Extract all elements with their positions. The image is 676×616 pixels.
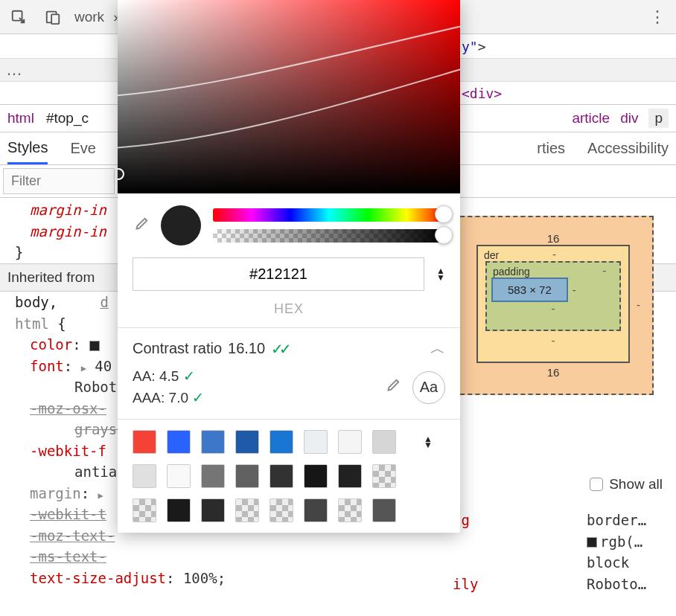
palette-swatch[interactable] <box>133 430 156 454</box>
inspect-element-icon[interactable] <box>6 6 31 28</box>
palette-swatch[interactable] <box>304 498 328 522</box>
css-prop-ms-text[interactable]: -ms-text- <box>30 548 106 565</box>
breadcrumb-p-selected[interactable]: p <box>648 109 669 128</box>
palette-swatch[interactable] <box>167 464 191 488</box>
tab-events[interactable]: Eve <box>70 134 95 163</box>
css-prop-margin[interactable]: margin <box>30 485 81 501</box>
padding-right-dash[interactable]: - <box>573 283 576 296</box>
chevron-down-icon: ▼ <box>436 275 445 280</box>
palette-swatch[interactable] <box>338 430 362 454</box>
css-prop-webkit-text[interactable]: -webkit-t <box>30 506 106 522</box>
padding-top-dash[interactable]: - <box>602 264 606 277</box>
palette-swatch[interactable] <box>201 430 225 454</box>
palette-swatch[interactable] <box>270 430 293 454</box>
css-val-font-family[interactable]: Robot <box>74 379 117 395</box>
hex-input[interactable] <box>133 257 424 291</box>
palette-swatch[interactable] <box>304 430 328 454</box>
contrast-ratio-value: 16.10 <box>228 340 265 357</box>
palette-swatch[interactable] <box>372 498 396 522</box>
eyedropper-icon[interactable] <box>133 216 149 235</box>
tab-accessibility[interactable]: Accessibility <box>587 134 669 163</box>
css-prop-color[interactable]: color <box>30 336 72 353</box>
show-all-checkbox[interactable] <box>590 478 603 491</box>
alpha-slider[interactable] <box>213 229 445 243</box>
device-toggle-icon[interactable] <box>40 6 66 28</box>
palette-swatch[interactable] <box>133 464 156 488</box>
breadcrumb-div[interactable]: div <box>620 110 638 126</box>
computed-row[interactable]: ngborder… <box>453 510 676 531</box>
expand-triangle-icon[interactable]: ▶ <box>81 363 86 373</box>
palette-swatch[interactable] <box>167 430 191 454</box>
box-model-margin[interactable]: 16 der - padding - 583 × 72 - - - - 16 <box>453 216 654 395</box>
border-label: der <box>484 249 499 261</box>
css-prop-margin-1[interactable]: margin-in <box>30 202 106 218</box>
palette-swatch[interactable] <box>201 464 225 488</box>
selector-html[interactable]: html <box>15 315 49 332</box>
computed-name: ily <box>453 574 572 595</box>
palette-swatch[interactable] <box>270 498 293 522</box>
hue-slider[interactable] <box>213 208 445 222</box>
hue-thumb[interactable] <box>435 205 453 223</box>
computed-row[interactable]: ilyRoboto… <box>453 574 676 595</box>
palette-swatch[interactable] <box>372 430 396 454</box>
bg-eyedropper-icon[interactable] <box>384 378 401 397</box>
rule-open-brace: { <box>57 315 66 332</box>
palette-swatch[interactable] <box>338 498 362 522</box>
css-prop-moz-osx[interactable]: -moz-osx- <box>30 400 106 417</box>
color-format-label[interactable]: HEX <box>118 301 460 327</box>
computed-properties-list: ngborder… rgb(… block ilyRoboto… <box>453 510 676 594</box>
color-spectrum[interactable] <box>118 0 460 193</box>
palette-stepper[interactable]: ▲▼ <box>411 436 445 449</box>
text-sample-circle[interactable]: Aa <box>412 371 445 404</box>
tab-properties[interactable]: rties <box>537 134 565 163</box>
breadcrumb-html[interactable]: html <box>7 110 34 126</box>
css-val-text-size[interactable]: 100%; <box>183 570 226 586</box>
palette-swatch[interactable] <box>235 430 259 454</box>
margin-bottom-value[interactable]: 16 <box>476 366 630 379</box>
color-swatch-icon[interactable] <box>587 537 597 548</box>
box-model-border[interactable]: der - padding - 583 × 72 - - - - <box>476 245 630 363</box>
chevron-up-icon[interactable]: ︿ <box>430 339 445 359</box>
palette-swatch[interactable] <box>372 464 396 488</box>
contrast-header[interactable]: Contrast ratio 16.10 ✓ ︿ <box>133 339 445 359</box>
palette-swatch[interactable] <box>304 464 328 488</box>
palette-swatch[interactable] <box>338 464 362 488</box>
network-tab-fragment[interactable]: work <box>74 9 104 25</box>
palette-swatch[interactable] <box>235 464 259 488</box>
tab-styles[interactable]: Styles <box>7 133 48 164</box>
box-model-content[interactable]: 583 × 72 <box>491 277 568 302</box>
palette-swatch[interactable] <box>167 498 191 522</box>
filter-input[interactable] <box>3 168 115 194</box>
margin-top-value[interactable]: 16 <box>476 232 630 245</box>
css-prop-margin-2[interactable]: margin-in <box>30 223 106 240</box>
spectrum-marker[interactable] <box>118 168 124 180</box>
border-top-dash[interactable]: - <box>552 248 556 260</box>
palette-swatch[interactable] <box>235 498 259 522</box>
color-swatch-icon[interactable] <box>89 341 100 351</box>
format-stepper[interactable]: ▲▼ <box>436 268 445 280</box>
border-bottom-dash[interactable]: - <box>485 334 621 347</box>
padding-bottom-dash[interactable]: - <box>491 302 615 315</box>
box-model-padding[interactable]: padding - 583 × 72 - - <box>485 261 621 331</box>
computed-row[interactable]: rgb(… <box>453 531 676 553</box>
breadcrumb-article[interactable]: article <box>572 110 610 126</box>
palette-swatch[interactable] <box>270 464 293 488</box>
tag-name: div <box>470 86 494 101</box>
angle-bracket-close: > <box>494 86 502 101</box>
show-all-label[interactable]: Show all <box>609 476 663 493</box>
css-prop-text-size-adjust[interactable]: text-size-adjust <box>30 570 166 586</box>
breadcrumb-topid[interactable]: #top_c <box>46 110 89 126</box>
palette-swatch[interactable] <box>201 498 225 522</box>
css-val-font[interactable]: 40 <box>95 358 112 374</box>
kebab-menu-icon[interactable]: ⋮ <box>645 6 670 28</box>
expand-triangle-icon-2[interactable]: ▶ <box>98 490 103 501</box>
computed-row[interactable]: block <box>453 552 676 574</box>
double-check-icon: ✓ <box>271 340 292 358</box>
css-prop-moz-text[interactable]: -moz-text- <box>30 527 115 544</box>
palette-swatch[interactable] <box>133 498 156 522</box>
css-prop-webkit-font[interactable]: -webkit-f <box>30 443 106 459</box>
alpha-thumb[interactable] <box>435 226 453 244</box>
margin-right-dash[interactable]: - <box>637 298 640 311</box>
current-color-swatch[interactable] <box>161 205 201 246</box>
css-prop-font[interactable]: font <box>30 358 64 374</box>
